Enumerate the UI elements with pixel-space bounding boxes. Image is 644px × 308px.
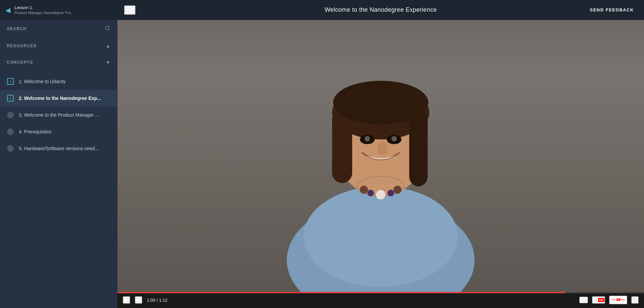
back-button[interactable]: ◀ [5, 6, 10, 14]
svg-line-30 [633, 301, 634, 302]
video-person [117, 20, 644, 292]
svg-point-12 [365, 136, 370, 141]
top-header: ◀ Lesson 1: Product Manager Nanodegree P… [0, 0, 644, 20]
concept-label-2: 2. Welcome to the Nanodegree Exp... [19, 95, 101, 101]
controls-right: CC HD You T [579, 296, 639, 304]
concept-list: ✓ 1. Welcome to Udacity ✓ 2. Welcome to … [0, 70, 117, 160]
search-label: SEARCH [7, 26, 27, 31]
svg-rect-7 [332, 109, 352, 183]
time-display: 1:00 / 1:12 [147, 298, 167, 303]
checked-icon-1: ✓ [7, 78, 14, 85]
search-icon [105, 25, 110, 32]
svg-point-0 [106, 26, 109, 30]
lesson-subtitle: Product Manager Nanodegree Pro... [14, 11, 74, 15]
progress-bar-fill [117, 292, 565, 293]
svg-point-24 [595, 299, 597, 301]
concept-label-3: 3. Welcome to the Product Manager ... [19, 112, 99, 118]
concept-status-icon-3 [7, 111, 14, 119]
svg-point-3 [304, 186, 458, 287]
resources-section: RESOURCES ▲ [0, 38, 117, 54]
fullscreen-button[interactable] [631, 296, 639, 304]
concept-item-4[interactable]: 4. Prerequisites [0, 123, 117, 140]
svg-text:Tube: Tube [621, 298, 625, 301]
resources-header[interactable]: RESOURCES ▲ [0, 38, 117, 54]
svg-point-18 [387, 190, 394, 196]
concept-item-1[interactable]: ✓ 1. Welcome to Udacity [0, 73, 117, 90]
concept-label-4: 4. Prerequisites [19, 129, 51, 135]
svg-point-15 [360, 186, 368, 194]
circle-icon-5 [7, 145, 14, 152]
svg-point-16 [367, 190, 374, 196]
video-controls: 1:00 / 1:12 CC HD [117, 292, 644, 308]
circle-icon-3 [7, 112, 14, 118]
concepts-header[interactable]: CONCEPTS ▼ [0, 54, 117, 70]
video-frame[interactable] [117, 20, 644, 292]
svg-marker-20 [125, 298, 128, 302]
concept-status-icon-1: ✓ [7, 78, 14, 85]
progress-bar-container[interactable] [117, 292, 644, 293]
hd-badge: HD [598, 298, 604, 302]
settings-button[interactable]: HD [592, 296, 605, 304]
svg-marker-21 [136, 298, 139, 302]
concept-status-icon-5 [7, 145, 14, 152]
svg-point-9 [333, 81, 428, 124]
page-title: Welcome to the Nanodegree Experience [325, 6, 437, 13]
resources-icon: ▲ [106, 43, 110, 49]
hamburger-button[interactable] [124, 5, 136, 15]
svg-text:You: You [611, 298, 615, 301]
concept-item-3[interactable]: 3. Welcome to the Product Manager ... [0, 107, 117, 123]
svg-text:CC: CC [582, 299, 585, 302]
svg-line-29 [636, 298, 637, 299]
play-button[interactable] [123, 296, 130, 304]
concept-item-2[interactable]: ✓ 2. Welcome to the Nanodegree Exp... [0, 90, 117, 107]
svg-point-19 [393, 186, 401, 194]
cc-button[interactable]: CC [579, 297, 588, 303]
youtube-button[interactable]: You Tube [609, 296, 627, 304]
concept-label-5: 5. Hardware/Software versions need... [19, 145, 99, 151]
main-content: SEARCH RESOURCES ▲ CONCEPTS ▼ [0, 20, 644, 308]
concepts-label: CONCEPTS [7, 60, 33, 65]
concepts-section: CONCEPTS ▼ ✓ 1. Welcome to Udacity ✓ 2. … [0, 54, 117, 160]
lesson-info: Lesson 1: Product Manager Nanodegree Pro… [14, 5, 74, 15]
sidebar: SEARCH RESOURCES ▲ CONCEPTS ▼ [0, 20, 117, 308]
svg-line-1 [109, 29, 110, 30]
svg-point-17 [376, 190, 385, 199]
concept-item-5[interactable]: 5. Hardware/Software versions need... [0, 140, 117, 157]
volume-button[interactable] [135, 296, 142, 304]
lesson-title: Lesson 1: [14, 5, 74, 10]
circle-icon-4 [7, 128, 14, 135]
svg-point-13 [391, 136, 397, 141]
concept-label-1: 1. Welcome to Udacity [19, 78, 66, 84]
sidebar-header: ◀ Lesson 1: Product Manager Nanodegree P… [0, 0, 117, 20]
concept-status-icon-4 [7, 128, 14, 135]
checked-icon-2: ✓ [7, 95, 14, 102]
resources-label: RESOURCES [7, 44, 37, 48]
concept-status-icon-2: ✓ [7, 95, 14, 102]
video-area: 1:00 / 1:12 CC HD [117, 20, 644, 308]
send-feedback-button[interactable]: SEND FEEDBACK [590, 7, 634, 12]
youtube-logo: You Tube [610, 296, 627, 304]
main-header: Welcome to the Nanodegree Experience SEN… [117, 6, 644, 13]
search-section[interactable]: SEARCH [0, 20, 117, 38]
svg-rect-8 [409, 109, 428, 186]
concepts-icon: ▼ [106, 60, 110, 65]
